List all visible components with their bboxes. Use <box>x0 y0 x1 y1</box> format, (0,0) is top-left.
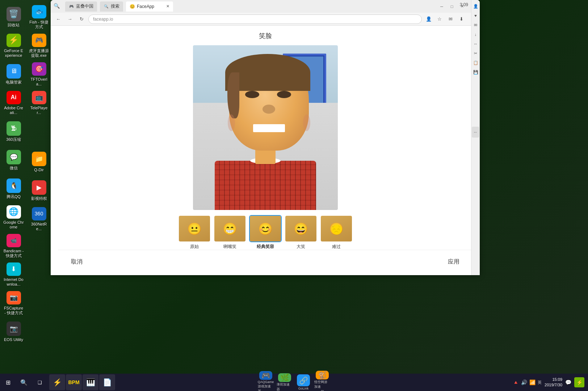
desktop-icon-bandicam[interactable]: 📹 Bandicam - 快捷方式 <box>2 232 25 260</box>
panel-icon-save[interactable]: 💾 <box>472 69 479 75</box>
resize-handle[interactable]: ↔ <box>472 127 479 138</box>
address-bar[interactable]: faceapp.io <box>88 14 422 24</box>
photo-face-oval <box>229 58 309 151</box>
bookmark-icon[interactable]: ☆ <box>435 14 444 24</box>
desktop-icon-qq[interactable]: 🐧 腾讯QQ <box>2 175 25 202</box>
desktop-icon-qdir[interactable]: 📁 Q-Dir <box>27 148 51 176</box>
desktop-icon-diannaogj[interactable]: 🖥 电脑管家 <box>2 61 25 88</box>
desktop-icon-tftoverlay[interactable]: 🎯 TFTOverla... <box>27 61 51 88</box>
thumb-grinning-img[interactable]: 😁 <box>214 215 246 242</box>
dock-wukong[interactable]: 🐒 悟空网游加速 器 <box>314 374 330 390</box>
faceapp-actions: 取消 应用 <box>58 250 472 272</box>
notification-center-icon[interactable]: 💬 <box>565 379 571 385</box>
start-button[interactable]: ⊞ <box>0 374 16 390</box>
panel-icon-account[interactable]: 👤 <box>472 3 479 9</box>
taskbar-left: ⊞ 🔍 ❑ ⚡ BPM 🎹 📄 <box>0 374 115 390</box>
desktop-icon-yingshi[interactable]: ▶ 影视特权 <box>27 177 51 204</box>
tab-lanlan[interactable]: 🎮 蓝叠中国 <box>65 1 97 12</box>
thumb-original[interactable]: 😐 原始 <box>178 215 211 250</box>
desktop-icon-recycle[interactable]: 🗑️ 回收站 <box>2 4 25 31</box>
browser-toolbar: ← → ↻ faceapp.io 👤 ☆ ✉ ⬇ ⋮ <box>51 13 480 26</box>
right-panel: 👤 ♥ ✉ ↓ ↔ ✂ 📋 💾 ↔ <box>471 0 480 275</box>
network-icon[interactable]: 🔺 <box>513 379 519 385</box>
thumb-hard-img[interactable]: 😣 <box>320 215 353 242</box>
lanlan-favicon: 🎮 <box>69 4 74 9</box>
desktop-icon-huya[interactable]: 🎮 虎牙直播源提取.exe <box>27 32 51 59</box>
desktop: 🗑️ 回收站 ⚡ GeForce Experience 🖥 电脑管家 Ai Ad… <box>0 0 588 391</box>
thumb-original-img[interactable]: 😐 <box>178 215 211 242</box>
desktop-icon-adobe[interactable]: Ai Adobe Creati... <box>2 89 25 117</box>
panel-icon-heart[interactable]: ♥ <box>472 12 479 19</box>
thumb-classic-face: 😊 <box>250 216 281 241</box>
taskbar-time: 15:09 <box>545 377 562 382</box>
taskbar-date: 2019/7/30 <box>545 382 562 388</box>
taskbar-note-app[interactable]: 📄 <box>99 374 115 390</box>
taskbar-nvidia-icon[interactable]: ⚡ <box>574 377 584 387</box>
fl-app-icon: 🎹 <box>86 378 95 387</box>
photo-shirt <box>215 161 316 210</box>
thumb-grinning[interactable]: 😁 咧嘴笑 <box>214 215 246 250</box>
taskbar-taskview-icon[interactable]: ❑ <box>32 374 48 390</box>
taskbar: ⊞ 🔍 ❑ ⚡ BPM 🎹 📄 <box>0 374 588 391</box>
desktop-icon-eosutility[interactable]: 📷 EOS Utility <box>2 318 25 345</box>
account-icon[interactable]: 👤 <box>424 14 433 24</box>
forward-button[interactable]: → <box>65 14 75 24</box>
taskbar-right: 🔺 🔊 📶 英 15:09 2019/7/30 💬 ⚡ <box>513 377 588 388</box>
panel-icon-mail[interactable]: ✉ <box>472 22 479 28</box>
desktop-icon-fish[interactable]: 🐟 Fish - 快捷方式 <box>27 4 51 31</box>
panel-icon-arrows[interactable]: ↔ <box>472 41 479 47</box>
panel-icon-download[interactable]: ↓ <box>472 31 479 38</box>
panel-icon-clipboard[interactable]: 📋 <box>472 59 479 66</box>
browser-time: 3:09 <box>460 2 468 7</box>
panel-icon-scissors[interactable]: ✂ <box>472 50 479 56</box>
address-text: faceapp.io <box>93 17 113 22</box>
desktop-icon-chrome[interactable]: 🌐 Google Chrome <box>2 204 25 231</box>
photo-mouth-area <box>249 117 289 132</box>
note-app-icon: 📄 <box>103 378 112 387</box>
cancel-button[interactable]: 取消 <box>65 255 88 269</box>
desktop-icon-col2: 🐟 Fish - 快捷方式 🎮 虎牙直播源提取.exe 🎯 TFTOverla.… <box>27 4 51 233</box>
search-area: 🔍 <box>54 3 61 10</box>
taskbar-search-icon[interactable]: 🔍 <box>16 374 32 390</box>
thumbnail-strip: 😐 原始 😁 咧嘴笑 😊 经典笑容 <box>178 215 353 250</box>
minimize-button[interactable]: ─ <box>437 3 446 10</box>
dock-qaqgame[interactable]: 🎮 QAQGame 游戏加速器 <box>258 374 274 390</box>
desktop-icon-geforce[interactable]: ⚡ GeForce Experience <box>2 32 25 59</box>
lang-indicator[interactable]: 英 <box>538 380 542 385</box>
bohe-icon: 🌿 <box>278 373 291 382</box>
wifi-icon[interactable]: 📶 <box>529 379 536 385</box>
dock-bohe[interactable]: 🌿 薄荷加速器 <box>277 374 293 390</box>
golink-icon: 🔗 <box>297 374 310 386</box>
refresh-button[interactable]: ↻ <box>77 14 86 24</box>
thumb-laugh-img[interactable]: 😄 <box>285 215 317 242</box>
thumb-laugh[interactable]: 😄 大笑 <box>285 215 317 250</box>
desktop-icon-teleplayer[interactable]: 📺 TelePlayer... <box>27 89 51 117</box>
thumb-hard[interactable]: 😣 难过 <box>320 215 353 250</box>
thumb-grinning-face: 😁 <box>214 216 245 241</box>
qaqgame-icon: 🎮 <box>259 371 272 380</box>
desktop-icon-fscapture[interactable]: 📷 FSCapture - 快捷方式 <box>2 290 25 317</box>
dock-golink[interactable]: 🔗 GoLink <box>295 374 311 390</box>
taskbar-clock: 15:09 2019/7/30 <box>545 377 562 388</box>
bpm-app-icon: BPM <box>68 379 79 385</box>
mail-icon[interactable]: ✉ <box>446 14 455 24</box>
thumb-classic-img[interactable]: 😊 <box>249 215 282 242</box>
tab-close-icon[interactable]: ✕ <box>166 4 169 9</box>
download-icon[interactable]: ⬇ <box>457 14 466 24</box>
desktop-icon-internetdl[interactable]: ⬇ Internet Downloa... <box>2 261 25 288</box>
back-button[interactable]: ← <box>54 14 63 24</box>
tab-faceapp[interactable]: 😊 FaceApp ✕ <box>126 1 173 12</box>
thumb-classic[interactable]: 😊 经典笑容 <box>249 215 282 250</box>
desktop-icon-wechat[interactable]: 💬 微信 <box>2 147 25 174</box>
taskbar-bpm-app[interactable]: BPM <box>66 374 82 390</box>
desktop-icon-360net[interactable]: 360 360NetRe... <box>27 206 51 233</box>
volume-icon[interactable]: 🔊 <box>521 379 527 385</box>
desktop-icon-360zip[interactable]: 🗜 360压缩 <box>2 118 25 145</box>
faceapp-content: 笑脸 <box>51 26 480 275</box>
maximize-button[interactable]: □ <box>447 3 457 10</box>
tab-search[interactable]: 🔍 搜索 <box>100 1 123 12</box>
taskbar-nvidia-app[interactable]: ⚡ <box>49 374 65 390</box>
taskbar-fl-app[interactable]: 🎹 <box>83 374 98 390</box>
apply-button[interactable]: 应用 <box>442 255 465 269</box>
thumb-original-face: 😐 <box>179 216 210 241</box>
